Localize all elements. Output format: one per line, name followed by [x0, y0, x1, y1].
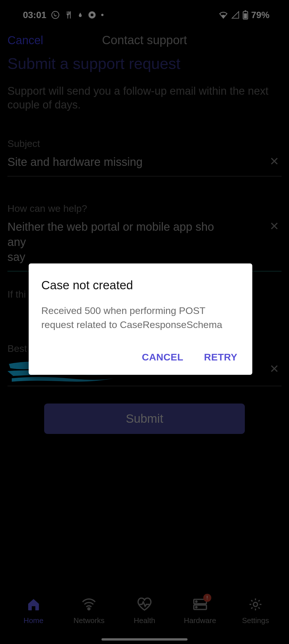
dialog-retry-button[interactable]: RETRY — [202, 348, 240, 366]
error-dialog: Case not created Received 500 when perfo… — [29, 263, 252, 375]
dialog-title: Case not created — [41, 278, 240, 292]
dialog-cancel-button[interactable]: CANCEL — [140, 348, 186, 366]
dialog-message: Received 500 when performing POST reques… — [41, 304, 240, 332]
